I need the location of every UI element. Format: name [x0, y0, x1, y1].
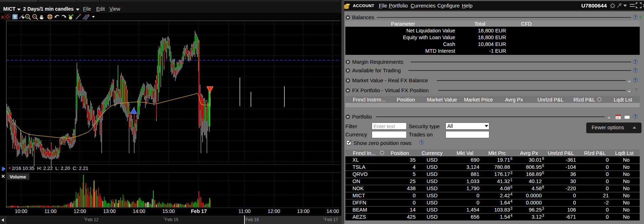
svg-text:12: 12 — [616, 116, 619, 119]
